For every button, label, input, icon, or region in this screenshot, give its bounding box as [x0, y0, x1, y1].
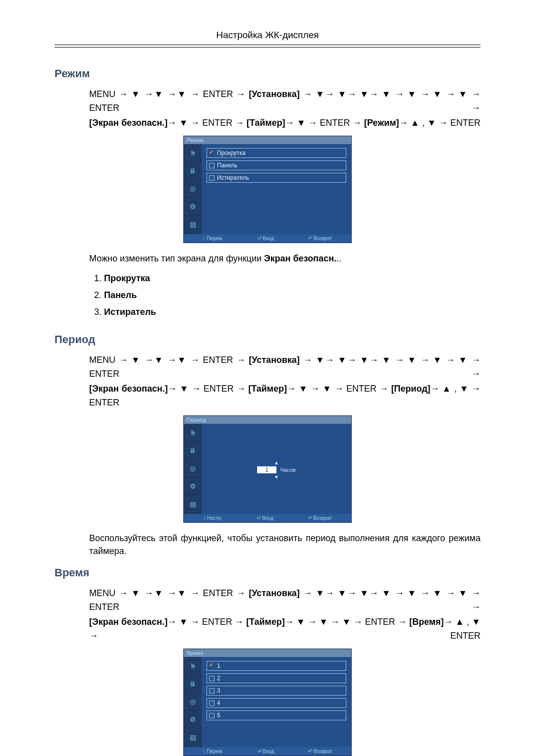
osd-footer: ↕ Перем. ⏎ Вход ↶ Возврат: [184, 747, 351, 756]
osd-footer: ↕ Перем. ⏎ Вход ↶ Возврат: [184, 234, 351, 243]
osd-title: Режим: [184, 136, 351, 144]
osd-item[interactable]: Прокрутка: [207, 148, 346, 158]
section-title-period: Период: [54, 333, 481, 346]
osd-hint: ↶ Возврат: [308, 236, 332, 241]
up-triangle-icon[interactable]: ▲: [274, 460, 279, 465]
nav-path-period-2: [Экран безопасн.]→ ▼ → ENTER → [Таймер]→…: [89, 382, 481, 409]
nav-path-time-2: [Экран безопасн.]→ ▼ → ENTER → [Таймер]→…: [89, 615, 481, 643]
osd-hint: ↕ Перем.: [203, 749, 223, 754]
osd-hint: ↕ Перем.: [203, 236, 223, 241]
osd-title: Время: [184, 649, 351, 657]
osd-title: Период: [184, 416, 351, 424]
osd-side-icon: ▤: [184, 215, 202, 233]
mode-options: Прокрутка Панель Истиратель: [89, 270, 481, 320]
list-item: Истиратель: [104, 303, 481, 320]
value-box[interactable]: 1: [257, 466, 276, 473]
unit-label: Часов: [280, 467, 296, 473]
header-divider: [54, 45, 481, 48]
osd-side-icon: ▤: [184, 495, 202, 513]
osd-item[interactable]: 1: [207, 661, 346, 671]
list-item: Прокрутка: [104, 270, 481, 287]
osd-mode: Режим 🖱 🖥 ◎ ⚙ ▤ Прокрутка Панель Истират…: [183, 136, 352, 243]
osd-side-icon: ▤: [184, 728, 202, 746]
osd-sidebar: 🖱 🖥 ◎ ⚙ ▤: [184, 424, 202, 514]
period-desc: Воспользуйтесь этой функцией, чтобы уста…: [89, 532, 481, 557]
osd-side-icon: ⚙: [184, 477, 202, 495]
nav-path-mode-1: MENU → ▼ →▼ →▼ → ENTER → [Установка] → ▼…: [89, 87, 481, 115]
down-triangle-icon[interactable]: ▼: [274, 474, 279, 480]
osd-side-icon: ◎: [184, 693, 202, 710]
section-title-mode: Режим: [54, 67, 481, 80]
osd-period: Период 🖱 🖥 ◎ ⚙ ▤ ▲ 1 Часов ▼ ↕ Настр. ⏎ …: [183, 415, 352, 523]
osd-hint: ⏎ Вход: [257, 515, 273, 521]
page-header: Настройка ЖК-дисплея: [54, 30, 481, 45]
osd-item[interactable]: Панель: [207, 160, 346, 170]
osd-sidebar: 🖱 🖥 ◎ ⚙ ▤: [184, 144, 202, 234]
osd-item[interactable]: 5: [207, 710, 346, 720]
osd-side-icon: ◎: [184, 180, 202, 198]
osd-item[interactable]: 2: [207, 673, 346, 683]
osd-hint: ↕ Настр.: [203, 515, 222, 521]
osd-hint: ⏎ Вход: [258, 236, 274, 241]
osd-item[interactable]: Истиратель: [207, 173, 346, 183]
osd-side-icon: ◎: [184, 459, 202, 477]
osd-time: Время 🖱 🖥 ◎ ⚙ ▤ 1 2 3 4 5 ↕ Перем. ⏎ Вхо…: [183, 649, 352, 756]
osd-side-icon: 🖱: [184, 144, 202, 162]
osd-side-icon: 🖥: [184, 675, 202, 693]
section-title-time: Время: [54, 566, 481, 579]
mode-desc: Можно изменить тип экрана для функции Эк…: [89, 252, 481, 265]
osd-hint: ↶ Возврат: [308, 749, 332, 754]
osd-side-icon: 🖱: [184, 424, 202, 442]
osd-hint: ↶ Возврат: [308, 515, 332, 521]
osd-side-icon: ⚙: [184, 710, 202, 728]
osd-side-icon: 🖥: [184, 442, 202, 459]
osd-item[interactable]: 3: [207, 686, 346, 696]
osd-side-icon: 🖱: [184, 657, 202, 675]
osd-side-icon: 🖥: [184, 162, 202, 180]
nav-path-period-1: MENU → ▼ →▼ →▼ → ENTER → [Установка] → ▼…: [89, 353, 481, 381]
nav-path-mode-2: [Экран безопасн.]→ ▼ → ENTER → [Таймер]→…: [89, 116, 481, 130]
osd-item[interactable]: 4: [207, 698, 346, 708]
nav-path-time-1: MENU → ▼ →▼ →▼ → ENTER → [Установка] → ▼…: [89, 586, 481, 614]
osd-side-icon: ⚙: [184, 198, 202, 215]
osd-footer: ↕ Настр. ⏎ Вход ↶ Возврат: [184, 514, 351, 522]
osd-hint: ⏎ Вход: [258, 749, 274, 754]
list-item: Панель: [104, 287, 481, 303]
osd-sidebar: 🖱 🖥 ◎ ⚙ ▤: [184, 657, 202, 747]
